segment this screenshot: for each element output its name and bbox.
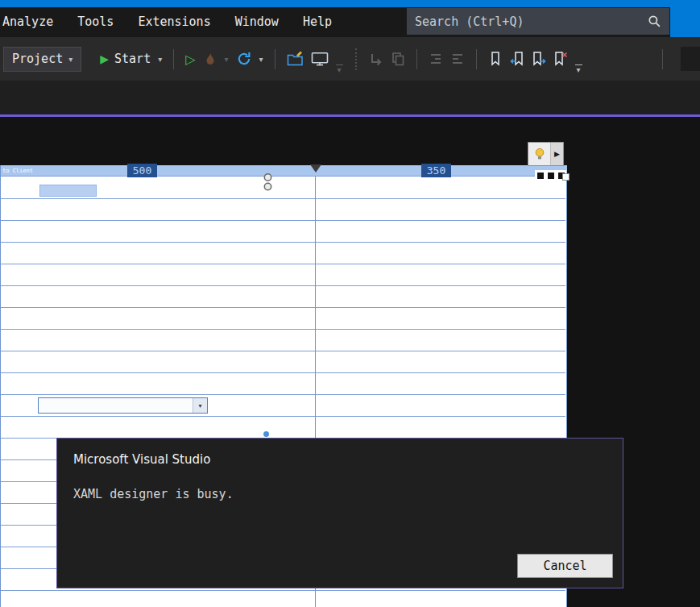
chevron-down-icon: ▾ xyxy=(577,67,581,73)
refresh-icon xyxy=(236,51,252,67)
toolbar-overflow-button[interactable]: ▾ xyxy=(336,64,343,73)
new-item-button[interactable] xyxy=(287,52,304,66)
bookmark-clear-icon xyxy=(553,51,568,67)
column-width-label-500[interactable]: 500 xyxy=(127,164,157,177)
resize-handle[interactable] xyxy=(562,173,570,181)
profiler-chevron-icon: ▾ xyxy=(225,55,229,64)
selection-handle[interactable] xyxy=(548,173,554,179)
grid-splitter-grip[interactable] xyxy=(263,171,273,197)
indent-increase-icon xyxy=(450,52,465,66)
device-preview-button[interactable] xyxy=(311,52,329,66)
increase-indent-button[interactable] xyxy=(450,52,465,66)
start-without-debugging-button[interactable]: ▷ xyxy=(185,52,195,67)
copy-layout-button[interactable] xyxy=(391,52,405,66)
column-header-band: to Client xyxy=(1,165,567,177)
bookmarks-overflow-button[interactable]: ▾ xyxy=(575,64,582,73)
start-options-chevron-icon[interactable]: ▾ xyxy=(158,55,162,64)
search-box[interactable] xyxy=(407,8,669,35)
toolbar-separator xyxy=(416,49,417,69)
vs-window: Analyze Tools Extensions Window Help Pro… xyxy=(0,0,700,607)
triangle-right-icon: ▶ xyxy=(554,150,560,158)
toggle-bookmark-button[interactable] xyxy=(488,51,503,67)
previous-bookmark-button[interactable] xyxy=(510,51,524,67)
indent-decrease-icon xyxy=(429,52,443,66)
hot-reload-chevron-icon[interactable]: ▾ xyxy=(259,55,263,64)
clear-bookmarks-button[interactable] xyxy=(553,51,568,67)
project-dropdown-button[interactable]: Project ▾ xyxy=(3,47,81,72)
adorner-dot xyxy=(263,431,269,437)
menu-help[interactable]: Help xyxy=(291,7,344,37)
selected-textbox-element[interactable] xyxy=(39,185,97,197)
clipped-edge-label: to Client xyxy=(2,168,33,174)
combobox-dropdown-button[interactable]: ▾ xyxy=(193,398,207,413)
column-width-label-350[interactable]: 350 xyxy=(421,164,451,177)
menu-analyze[interactable]: Analyze xyxy=(0,7,65,37)
menu-extensions[interactable]: Extensions xyxy=(126,7,222,37)
toolbar-separator xyxy=(662,49,663,69)
toolbar-dock-area xyxy=(681,47,700,71)
toolbar-dotted-separator xyxy=(355,48,357,70)
project-label: Project xyxy=(12,52,63,66)
start-debugging-button[interactable]: ▶ Start xyxy=(100,52,151,66)
editor-band xyxy=(0,81,700,114)
next-bookmark-button[interactable] xyxy=(532,51,546,67)
play-icon: ▶ xyxy=(100,52,109,65)
quick-actions-lightbulb[interactable]: ▶ xyxy=(528,142,564,166)
copy-icon xyxy=(391,52,405,66)
align-lefts-button[interactable] xyxy=(369,52,383,66)
align-icon xyxy=(369,52,383,66)
decrease-indent-button[interactable] xyxy=(429,52,443,66)
lightbulb-cell xyxy=(528,143,550,165)
bookmark-next-icon xyxy=(532,51,546,67)
performance-profiler-button[interactable] xyxy=(203,52,217,66)
selection-handle[interactable] xyxy=(537,173,544,179)
chevron-down-icon: ▾ xyxy=(338,67,342,73)
chevron-down-icon: ▾ xyxy=(68,55,72,64)
combobox-element[interactable]: ▾ xyxy=(38,397,208,414)
combobox-field[interactable] xyxy=(39,398,193,413)
standard-toolbar: Project ▾ ▶ Start ▾ ▷ ▾ ▾ xyxy=(0,37,700,81)
grip-icon xyxy=(263,171,273,194)
menu-tools[interactable]: Tools xyxy=(65,7,126,37)
lightbulb-expand-arrow[interactable]: ▶ xyxy=(550,143,563,165)
search-input[interactable] xyxy=(415,15,648,29)
titlebar: Analyze Tools Extensions Window Help xyxy=(0,0,700,37)
bookmark-icon xyxy=(488,51,503,67)
monitor-icon xyxy=(311,52,329,66)
dialog-message: XAML designer is busy. xyxy=(73,487,234,501)
bookmark-previous-icon xyxy=(510,51,524,67)
hot-reload-button[interactable] xyxy=(236,51,252,67)
folder-icon xyxy=(287,52,304,66)
lightbulb-icon xyxy=(533,148,546,160)
dialog-title: Microsoft Visual Studio xyxy=(73,452,210,467)
xaml-busy-dialog: Microsoft Visual Studio XAML designer is… xyxy=(56,438,623,588)
menu-window[interactable]: Window xyxy=(223,7,291,37)
toolbar-separator xyxy=(173,49,174,69)
cancel-button[interactable]: Cancel xyxy=(517,554,613,578)
toolbar-separator xyxy=(476,49,477,69)
designer-accent-border xyxy=(0,114,700,117)
column-marker-icon[interactable] xyxy=(310,164,321,173)
chevron-down-icon: ▾ xyxy=(198,402,201,410)
toolbar-separator xyxy=(275,49,275,69)
search-icon xyxy=(648,15,661,28)
flame-icon xyxy=(203,52,217,66)
start-label: Start xyxy=(114,52,151,66)
